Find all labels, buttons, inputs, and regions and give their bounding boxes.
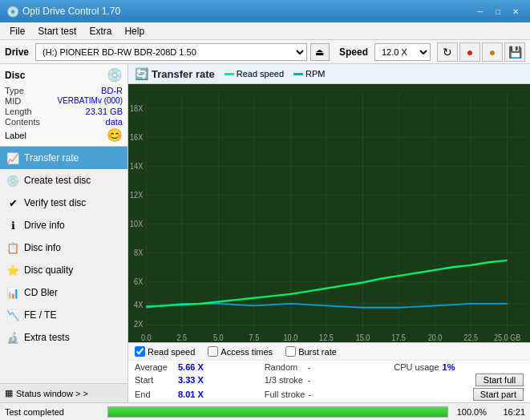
nav-drive-info-label: Drive info bbox=[24, 220, 65, 231]
disc-info-panel: Disc 💿 Type BD-R MID VERBATIMv (000) Len… bbox=[0, 64, 127, 147]
read-speed-checkbox[interactable]: Read speed bbox=[135, 346, 195, 357]
svg-text:4X: 4X bbox=[134, 300, 143, 309]
svg-text:12.5: 12.5 bbox=[319, 333, 334, 342]
status-window-icon: ▦ bbox=[5, 388, 13, 398]
read-speed-check-input[interactable] bbox=[135, 346, 145, 357]
burst-rate-checkbox[interactable]: Burst rate bbox=[285, 346, 337, 357]
status-window-label: Status window > > bbox=[16, 389, 88, 398]
fe-te-icon: 📉 bbox=[6, 309, 19, 321]
app-icon: 💿 bbox=[6, 6, 19, 18]
nav-transfer-rate[interactable]: 📈 Transfer rate bbox=[0, 147, 127, 169]
length-label: Length bbox=[5, 107, 32, 116]
end-label: End bbox=[135, 390, 175, 399]
menu-extra[interactable]: Extra bbox=[83, 23, 118, 39]
menu-help[interactable]: Help bbox=[118, 23, 151, 39]
drive-info-icon: ℹ bbox=[6, 219, 19, 232]
content-area: 🔄 Transfer rate Read speed RPM 18X bbox=[128, 64, 530, 402]
drive-select[interactable]: (H:) PIONEER BD-RW BDR-208D 1.50 bbox=[35, 43, 307, 61]
nav-fe-te-label: FE / TE bbox=[24, 309, 56, 321]
save-button[interactable]: 💾 bbox=[504, 42, 525, 62]
extra-tests-icon: 🔬 bbox=[6, 331, 19, 344]
type-value: BD-R bbox=[101, 86, 123, 95]
nav-fe-te[interactable]: 📉 FE / TE bbox=[0, 304, 127, 326]
stroke-1-3-value: - bbox=[308, 375, 311, 385]
end-value: 8.01 X bbox=[178, 390, 210, 399]
menu-file[interactable]: File bbox=[3, 23, 31, 39]
svg-text:16X: 16X bbox=[130, 132, 143, 142]
type-label: Type bbox=[5, 86, 24, 95]
nav-extra-tests-label: Extra tests bbox=[24, 332, 70, 343]
svg-text:8X: 8X bbox=[134, 248, 143, 257]
stroke-1-3-label: 1/3 stroke bbox=[265, 375, 305, 385]
menu-start-test[interactable]: Start test bbox=[31, 23, 83, 39]
svg-text:25.0 GB: 25.0 GB bbox=[494, 333, 521, 342]
nav-items: 📈 Transfer rate 💿 Create test disc ✔ Ver… bbox=[0, 147, 127, 383]
progress-text: 100.0% bbox=[455, 407, 487, 417]
cpu-value: 1% bbox=[443, 362, 475, 372]
start-part-button[interactable]: Start part bbox=[473, 388, 524, 401]
random-stat: Random - bbox=[265, 362, 394, 372]
status-text: Test completed bbox=[5, 407, 101, 417]
eject-button[interactable]: ⏏ bbox=[310, 43, 330, 61]
read-speed-checkbox-label: Read speed bbox=[148, 347, 195, 357]
refresh-button[interactable]: ↻ bbox=[437, 42, 458, 62]
menubar: File Start test Extra Help bbox=[0, 22, 530, 40]
status-window-button[interactable]: ▦ Status window > > bbox=[0, 383, 127, 402]
speed-select[interactable]: 12.0 X 4.0 X 6.0 X 8.0 X 10.0 X 16.0 X bbox=[374, 43, 431, 61]
access-times-checkbox-label: Access times bbox=[220, 347, 273, 357]
legend-rpm-label: RPM bbox=[305, 69, 325, 79]
disc-quality-icon: ⭐ bbox=[6, 264, 19, 277]
start-full-button[interactable]: Start full bbox=[475, 374, 524, 386]
burst-rate-check-input[interactable] bbox=[285, 346, 296, 357]
start-part-row: Start part bbox=[394, 388, 524, 401]
legend-read-speed-color bbox=[225, 73, 234, 75]
svg-text:2.5: 2.5 bbox=[176, 333, 187, 342]
nav-create-test-disc[interactable]: 💿 Create test disc bbox=[0, 169, 127, 192]
chart-area: 18X 16X 14X 12X 10X 8X 6X 4X 2X bbox=[128, 84, 530, 342]
cpu-stat: CPU usage 1% bbox=[394, 362, 524, 372]
full-stroke-stat: Full stroke - bbox=[265, 388, 394, 401]
nav-disc-info[interactable]: 📋 Disc info bbox=[0, 236, 127, 259]
contents-value: data bbox=[106, 117, 123, 127]
average-label: Average bbox=[135, 362, 175, 372]
speed-label: Speed bbox=[339, 46, 368, 58]
svg-text:12X: 12X bbox=[130, 190, 143, 200]
legend-rpm-color bbox=[293, 73, 303, 75]
svg-text:2X: 2X bbox=[134, 319, 143, 329]
nav-extra-tests[interactable]: 🔬 Extra tests bbox=[0, 326, 127, 349]
nav-drive-info[interactable]: ℹ Drive info bbox=[0, 214, 127, 236]
svg-text:22.5: 22.5 bbox=[463, 333, 478, 342]
chart-title: Transfer rate bbox=[152, 68, 215, 80]
length-value: 23.31 GB bbox=[86, 107, 123, 116]
chart-header: 🔄 Transfer rate Read speed RPM bbox=[128, 64, 530, 84]
svg-text:0.0: 0.0 bbox=[141, 333, 152, 342]
cd-bler-icon: 📊 bbox=[6, 286, 19, 299]
disc-icon: 💿 bbox=[107, 67, 123, 83]
statusbar: Test completed 100.0% 16:21 bbox=[0, 402, 530, 420]
mid-label: MID bbox=[5, 96, 21, 106]
access-times-check-input[interactable] bbox=[208, 346, 218, 357]
svg-text:10.0: 10.0 bbox=[284, 333, 298, 342]
media-button[interactable]: ● bbox=[482, 42, 503, 62]
start-label: Start bbox=[135, 375, 175, 385]
transfer-rate-icon: 📈 bbox=[6, 151, 19, 164]
nav-verify-test-disc[interactable]: ✔ Verify test disc bbox=[0, 192, 127, 214]
access-times-checkbox[interactable]: Access times bbox=[208, 346, 273, 357]
svg-text:10X: 10X bbox=[130, 219, 143, 228]
maximize-button[interactable]: □ bbox=[490, 4, 506, 18]
close-button[interactable]: ✕ bbox=[508, 4, 524, 18]
svg-text:14X: 14X bbox=[130, 161, 143, 171]
stroke-1-3-stat: 1/3 stroke - bbox=[265, 374, 394, 386]
svg-text:7.5: 7.5 bbox=[249, 333, 260, 342]
minimize-button[interactable]: ─ bbox=[472, 4, 488, 18]
legend-read-speed-label: Read speed bbox=[237, 69, 284, 79]
nav-verify-test-disc-label: Verify test disc bbox=[24, 197, 86, 208]
disc-section-label: Disc bbox=[5, 70, 25, 81]
disc-button[interactable]: ● bbox=[459, 42, 480, 62]
verify-test-disc-icon: ✔ bbox=[6, 196, 19, 209]
chart-legend: Read speed RPM bbox=[225, 69, 326, 79]
legend-read-speed: Read speed bbox=[225, 69, 284, 79]
nav-cd-bler[interactable]: 📊 CD Bler bbox=[0, 281, 127, 304]
main-layout: Disc 💿 Type BD-R MID VERBATIMv (000) Len… bbox=[0, 64, 530, 402]
nav-disc-quality[interactable]: ⭐ Disc quality bbox=[0, 259, 127, 281]
